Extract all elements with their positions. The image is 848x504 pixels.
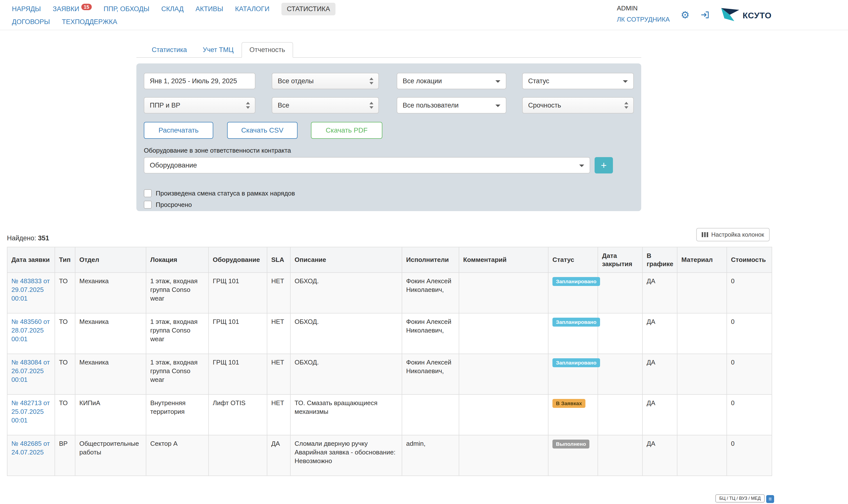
cell-material [677,354,727,395]
nav-item-ppr-obhody[interactable]: ППР, ОБХОДЫ [104,5,149,13]
column-header: SLA [267,247,290,273]
status-badge: Выполнено [552,439,589,449]
print-button[interactable]: Распечатать [144,122,213,139]
equipment-zone-label: Оборудование в зоне ответственности конт… [144,147,291,155]
tab-statistika[interactable]: Статистика [144,42,195,58]
cell-sla: НЕТ [267,395,290,435]
cell-equipment: ГРЩ 101 [209,354,267,395]
nav-item-aktivy[interactable]: АКТИВЫ [196,5,224,13]
logout-icon[interactable] [701,11,709,21]
cell-material [677,313,727,354]
column-header: Материал [677,247,727,273]
cell-status: В Заявках [548,395,598,435]
column-header: Описание [290,247,402,273]
cell-cost: 0 [727,354,772,395]
locations-value: Все локации [403,77,442,85]
column-header: Комментарий [459,247,548,273]
cell-sla: НЕТ [267,273,290,313]
cell-in-schedule: ДА [642,435,677,476]
cell-description: Сломали дверную ручку Аварийная заявка -… [290,435,402,476]
users-select[interactable]: Все пользователи [397,97,506,113]
cell-request-id: № 483084 от 26.07.2025 00:01 [7,354,55,395]
equipment-select[interactable]: Оборудование [144,157,590,174]
download-csv-button[interactable]: Скачать CSV [227,122,298,139]
cell-location: Сектор А [146,435,209,476]
work-type-select[interactable]: ППР и ВР [144,97,255,113]
urgency-select[interactable]: Срочность [522,97,634,113]
date-range-input[interactable] [144,73,255,89]
locations-select[interactable]: Все локации [397,73,506,89]
cell-status: Запланировано [548,313,598,354]
cell-type: ВР [55,435,75,476]
request-link[interactable]: № 483084 от 26.07.2025 00:01 [12,359,50,383]
cell-executors: Фокин Алексей Николаевич, [402,313,459,354]
status-change-checkbox-label: Произведена смена статуса в рамках наряд… [156,190,295,197]
columns-icon [702,232,708,237]
work-type-value: ППР и ВР [150,102,180,109]
cell-location: Внутренняя территория [146,395,209,435]
cell-description: ОБХОД. [290,273,402,313]
nav-item-statistika[interactable]: СТАТИСТИКА [281,3,335,15]
status-badge: Запланировано [552,358,600,367]
request-link[interactable]: № 483833 от 29.07.2025 00:01 [12,277,50,302]
overdue-checkbox[interactable] [144,201,152,209]
status-change-checkbox[interactable] [144,189,152,197]
equipment-value: Оборудование [150,161,197,169]
status-value: Статус [528,77,549,85]
user-block: ADMIN ЛК СОТРУДНИКА [617,4,670,23]
cell-cost: 0 [727,395,772,435]
app-logo: КСУТО [720,6,772,25]
column-header: Дата заявки [7,247,55,273]
columns-settings-label: Настройка колонок [711,231,764,238]
cell-comment [459,435,548,476]
departments-select[interactable]: Все отделы [272,73,379,89]
column-header: Отдел [75,247,146,273]
employee-account-link[interactable]: ЛК СОТРУДНИКА [617,16,670,23]
spinner-arrows-icon [369,77,374,85]
corner-widget-button[interactable]: ≡ [766,495,774,503]
urgency-value: Срочность [528,102,561,109]
cell-department: Общестроительные работы [75,435,146,476]
settings-gear-icon[interactable]: ⚙ [681,10,690,20]
status-change-checkbox-row: Произведена смена статуса в рамках наряд… [144,189,295,197]
column-header: Статус [548,247,598,273]
download-pdf-button[interactable]: Скачать PDF [311,122,382,139]
cell-department: Механика [75,313,146,354]
columns-settings-button[interactable]: Настройка колонок [696,228,770,241]
column-header: Тип [55,247,75,273]
cell-description: ОБХОД. [290,313,402,354]
request-link[interactable]: № 482685 от 24.07.2025 [12,440,50,456]
cell-location: 1 этаж, входная группа Conso wear [146,273,209,313]
logo-icon [720,6,740,25]
found-count: 351 [38,234,49,242]
table-row: № 482685 от 24.07.2025ВРОбщестроительные… [7,435,772,476]
header-right: ADMIN ЛК СОТРУДНИКА ⚙ КСУТО [617,4,772,25]
cell-cost: 0 [727,435,772,476]
tab-uchet-tmc[interactable]: Учет ТМЦ [195,42,242,58]
request-link[interactable]: № 482713 от 25.07.2025 00:01 [12,399,50,424]
results-count: Найдено: 351 [7,234,49,242]
cell-material [677,273,727,313]
status-select[interactable]: Статус [522,73,634,89]
nav-item-sklad[interactable]: СКЛАД [161,5,183,13]
column-header: Дата закрытия [598,247,642,273]
cell-status: Запланировано [548,354,598,395]
request-link[interactable]: № 483560 от 28.07.2025 00:01 [12,318,50,343]
nav-item-naryady[interactable]: НАРЯДЫ [12,5,41,13]
found-label: Найдено: [7,234,36,242]
cell-in-schedule: ДА [642,273,677,313]
cell-in-schedule: ДА [642,313,677,354]
column-header: Локация [146,247,209,273]
status-badge: Запланировано [552,277,600,286]
nav-item-zayavki[interactable]: ЗАЯВКИ15 [53,5,92,13]
nav-item-tehpodderzhka[interactable]: ТЕХПОДДЕРЖКА [62,18,117,26]
spinner-arrows-icon [624,102,629,109]
nav-item-dogovory[interactable]: ДОГОВОРЫ [12,18,50,26]
all-filter-select[interactable]: Все [272,97,379,113]
tabs-bar: СтатистикаУчет ТМЦОтчетность [136,42,641,58]
cell-sla: НЕТ [267,313,290,354]
cell-close-date [598,395,642,435]
tab-otchetnost[interactable]: Отчетность [242,42,293,58]
nav-item-katalogi[interactable]: КАТАЛОГИ [235,5,269,13]
add-equipment-button[interactable]: + [595,157,613,174]
